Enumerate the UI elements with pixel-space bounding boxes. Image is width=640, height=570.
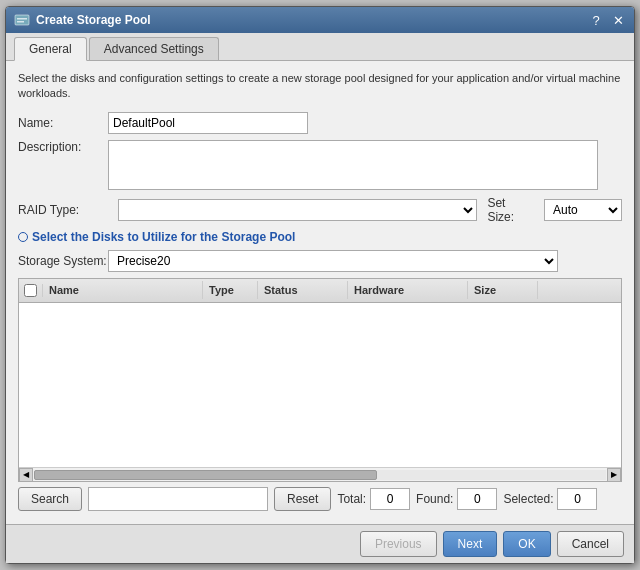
- svg-rect-1: [17, 18, 27, 20]
- select-all-checkbox[interactable]: [24, 284, 37, 297]
- close-button[interactable]: ✕: [610, 13, 626, 28]
- th-checkbox: [19, 284, 43, 297]
- raid-type-row: RAID Type: Set Size: Auto 2 4 8: [18, 196, 622, 224]
- scroll-track[interactable]: [34, 470, 606, 480]
- table-body: [19, 303, 621, 467]
- title-bar-buttons: ? ✕: [588, 13, 626, 28]
- th-status: Status: [258, 281, 348, 299]
- search-button[interactable]: Search: [18, 487, 82, 511]
- total-value: [370, 488, 410, 510]
- horizontal-scrollbar[interactable]: ◀ ▶: [19, 467, 621, 481]
- name-input[interactable]: [108, 112, 308, 134]
- name-row: Name:: [18, 112, 622, 134]
- bottom-toolbar: Search Reset Total: Found: Selected:: [18, 482, 622, 516]
- total-label: Total:: [337, 492, 366, 506]
- search-input[interactable]: [88, 487, 268, 511]
- window-icon: [14, 12, 30, 28]
- raid-type-select[interactable]: [118, 199, 477, 221]
- tab-bar: General Advanced Settings: [6, 33, 634, 61]
- th-hardware: Hardware: [348, 281, 468, 299]
- next-button[interactable]: Next: [443, 531, 498, 557]
- ok-button[interactable]: OK: [503, 531, 550, 557]
- description-row: Description:: [18, 140, 622, 190]
- cancel-button[interactable]: Cancel: [557, 531, 624, 557]
- scroll-right-arrow[interactable]: ▶: [607, 468, 621, 482]
- storage-system-select[interactable]: Precise20: [108, 250, 558, 272]
- help-button[interactable]: ?: [588, 13, 604, 28]
- title-bar: Create Storage Pool ? ✕: [6, 7, 634, 33]
- selected-label: Selected:: [503, 492, 553, 506]
- found-label: Found:: [416, 492, 453, 506]
- svg-rect-0: [15, 15, 29, 25]
- th-size: Size: [468, 281, 538, 299]
- svg-rect-2: [17, 21, 24, 23]
- main-window: Create Storage Pool ? ✕ General Advanced…: [5, 6, 635, 564]
- set-size-select[interactable]: Auto 2 4 8: [544, 199, 622, 221]
- selected-value: [557, 488, 597, 510]
- footer-bar: Previous Next OK Cancel: [6, 524, 634, 563]
- table-header: Name Type Status Hardware Size: [19, 279, 621, 303]
- reset-button[interactable]: Reset: [274, 487, 331, 511]
- disk-table: Name Type Status Hardware Size ◀ ▶: [18, 278, 622, 482]
- tab-advanced-settings[interactable]: Advanced Settings: [89, 37, 219, 60]
- storage-system-row: Storage System: Precise20: [18, 250, 622, 272]
- scroll-left-arrow[interactable]: ◀: [19, 468, 33, 482]
- found-value: [457, 488, 497, 510]
- raid-type-label: RAID Type:: [18, 203, 108, 217]
- selected-group: Selected:: [503, 488, 597, 510]
- total-group: Total:: [337, 488, 410, 510]
- description-text: Select the disks and configuration setti…: [18, 71, 622, 102]
- found-group: Found:: [416, 488, 497, 510]
- name-label: Name:: [18, 116, 108, 130]
- set-size-label: Set Size:: [487, 196, 534, 224]
- th-type: Type: [203, 281, 258, 299]
- title-bar-left: Create Storage Pool: [14, 12, 151, 28]
- storage-system-label: Storage System:: [18, 254, 108, 268]
- description-textarea[interactable]: [108, 140, 598, 190]
- disks-section-header: Select the Disks to Utilize for the Stor…: [18, 230, 622, 244]
- scroll-thumb[interactable]: [34, 470, 377, 480]
- description-label: Description:: [18, 140, 108, 154]
- th-name: Name: [43, 281, 203, 299]
- window-title: Create Storage Pool: [36, 13, 151, 27]
- main-content: Select the disks and configuration setti…: [6, 61, 634, 524]
- previous-button[interactable]: Previous: [360, 531, 437, 557]
- tab-general[interactable]: General: [14, 37, 87, 61]
